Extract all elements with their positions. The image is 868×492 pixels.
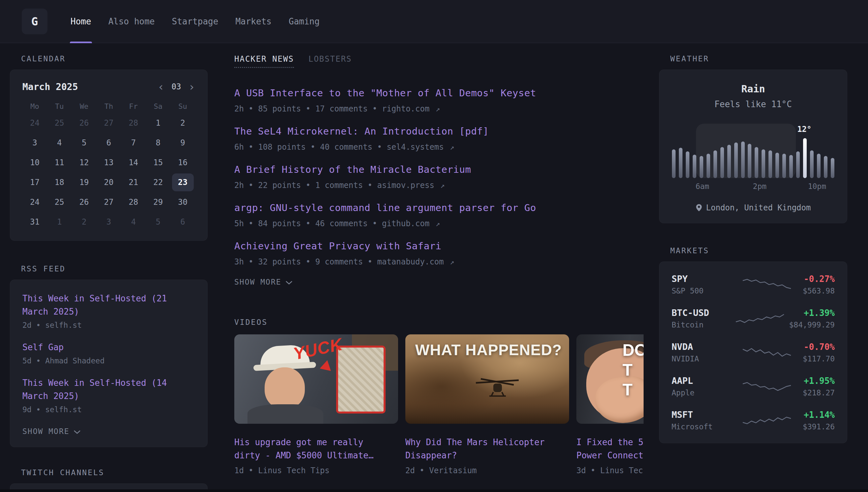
helicopter-art — [474, 374, 520, 400]
face-art — [265, 367, 305, 409]
center-column: HACKER NEWS LOBSTERS A USB Interface to … — [234, 54, 643, 492]
nav-item-home[interactable]: Home — [62, 0, 100, 43]
market-name: Apple — [672, 389, 731, 397]
external-link-icon: ↗ — [436, 105, 440, 113]
nav-item-startpage[interactable]: Startpage — [163, 0, 227, 43]
hn-story-title[interactable]: The SeL4 Microkernel: An Introduction [p… — [234, 125, 643, 138]
video-meta: 1d • Linus Tech Tips — [234, 466, 398, 475]
market-row[interactable]: AAPLApple+1.95%$218.27 — [672, 376, 835, 397]
calendar-day: 7 — [121, 133, 146, 153]
rss-item-meta: 2d • selfh.st — [22, 321, 195, 329]
market-values: -0.27%$563.98 — [803, 274, 835, 295]
weather-bar — [762, 149, 765, 178]
calendar-day: 1 — [47, 212, 72, 232]
market-row[interactable]: NVDANVIDIA-0.70%$117.70 — [672, 342, 835, 363]
thumbnail-overlay-text: WHAT HAPPENED? — [415, 341, 562, 359]
weather-location-text: London, United Kingdom — [706, 203, 811, 212]
video-title[interactable]: His upgrade got me really dirty - AMD $5… — [234, 436, 398, 462]
market-row[interactable]: MSFTMicrosoft+1.14%$391.26 — [672, 410, 835, 431]
market-sparkline — [742, 276, 792, 293]
weather-bar — [727, 145, 731, 178]
weather-bar — [755, 147, 758, 178]
hn-story-title[interactable]: argp: GNU-style command line argument pa… — [234, 201, 643, 214]
rss-item-meta: 5d • Ahmad Shadeed — [22, 356, 195, 365]
calendar-day: 6 — [170, 212, 195, 232]
hn-story-title[interactable]: Achieving Great Privacy with Safari — [234, 239, 643, 253]
market-sparkline — [742, 344, 792, 361]
weather-bar — [693, 155, 696, 178]
calendar-day: 6 — [97, 133, 121, 153]
markets-widget: SPYS&P 500-0.27%$563.98BTC-USDBitcoin+1.… — [659, 262, 847, 443]
calendar-day: 19 — [72, 172, 97, 192]
tab-lobsters[interactable]: LOBSTERS — [309, 54, 352, 67]
external-link-icon: ↗ — [450, 258, 454, 266]
market-info: MSFTMicrosoft — [672, 410, 731, 431]
calendar-header-row: March 2025 ‹ 03 › — [22, 81, 195, 92]
weekday-label: Sa — [146, 102, 170, 110]
market-row[interactable]: SPYS&P 500-0.27%$563.98 — [672, 274, 835, 295]
video-title[interactable]: I Fixed the 5 Power Connect — [576, 436, 643, 462]
weather-bar — [824, 156, 827, 178]
hn-story-title[interactable]: A USB Interface to the "Mother of All De… — [234, 87, 643, 100]
weather-bar — [686, 151, 689, 178]
right-column: WEATHER Rain Feels like 11°C 12° 6am2pm1… — [659, 54, 847, 492]
markets-section-header: MARKETS — [670, 246, 847, 255]
rss-item: This Week in Self-Hosted (14 March 2025)… — [22, 376, 195, 414]
twitch-section-header: TWITCH CHANNELS — [21, 468, 208, 477]
hn-story-meta: 3h • 32 points • 9 comments • matanabudy… — [234, 257, 643, 267]
calendar-widget: March 2025 ‹ 03 › MoTuWeThFrSaSu 2425262… — [10, 70, 208, 241]
hn-story: Achieving Great Privacy with Safari3h • … — [234, 239, 643, 267]
hn-story-meta: 2h • 22 points • 1 comments • asimov.pre… — [234, 181, 643, 190]
market-name: NVIDIA — [672, 354, 731, 363]
tab-hacker-news[interactable]: HACKER NEWS — [234, 54, 294, 68]
weather-bar — [796, 151, 800, 178]
calendar-next-icon[interactable]: › — [188, 81, 195, 92]
rss-item-title[interactable]: Self Gap — [22, 341, 195, 354]
video-thumbnail[interactable]: DO T T — [576, 335, 643, 424]
weather-location: London, United Kingdom — [671, 203, 835, 212]
weather-bar — [748, 144, 751, 178]
hn-story: A USB Interface to the "Mother of All De… — [234, 87, 643, 114]
calendar-month-number: 03 — [172, 82, 181, 91]
window-bottom-edge — [0, 489, 868, 492]
market-price: $563.98 — [803, 287, 835, 295]
weather-bar — [789, 155, 793, 178]
hn-story-title[interactable]: A Brief History of the Miracle Bacterium — [234, 163, 643, 176]
weather-bar — [768, 150, 772, 178]
market-values: -0.70%$117.70 — [803, 342, 835, 363]
weather-condition: Rain — [671, 83, 835, 95]
calendar-day: 3 — [22, 133, 47, 153]
rss-item-title[interactable]: This Week in Self-Hosted (21 March 2025) — [22, 292, 195, 318]
nav-item-markets[interactable]: Markets — [227, 0, 280, 43]
time-label: 10pm — [808, 182, 826, 191]
hn-show-more-button[interactable]: SHOW MORE — [234, 278, 643, 286]
market-price: $117.70 — [803, 354, 835, 363]
video-thumbnail[interactable]: WHAT HAPPENED? — [405, 335, 569, 424]
nav-item-gaming[interactable]: Gaming — [280, 0, 328, 43]
calendar-day: 2 — [72, 212, 97, 232]
market-symbol: AAPL — [672, 376, 731, 386]
calendar-day: 4 — [121, 212, 146, 232]
thumbnail-art — [336, 346, 386, 414]
market-row[interactable]: BTC-USDBitcoin+1.39%$84,999.29 — [672, 308, 835, 329]
weather-bar — [741, 142, 745, 178]
rss-show-more-button[interactable]: SHOW MORE — [22, 427, 195, 436]
weekday-label: Su — [170, 102, 195, 110]
markets-list: SPYS&P 500-0.27%$563.98BTC-USDBitcoin+1.… — [672, 274, 835, 431]
nav-item-also-home[interactable]: Also home — [100, 0, 163, 43]
calendar-day: 27 — [97, 113, 121, 133]
calendar-day: 8 — [146, 133, 170, 153]
video-thumbnail[interactable]: YUCK — [234, 335, 398, 424]
video-title[interactable]: Why Did The Mars Helicopter Disappear? — [405, 436, 569, 462]
hn-story-meta: 2h • 85 points • 17 comments • righto.co… — [234, 104, 643, 114]
rss-item-title[interactable]: This Week in Self-Hosted (14 March 2025) — [22, 376, 195, 403]
calendar-day: 13 — [97, 153, 121, 172]
calendar-prev-icon[interactable]: ‹ — [158, 81, 164, 92]
market-info: SPYS&P 500 — [672, 274, 731, 295]
market-values: +1.14%$391.26 — [803, 410, 835, 431]
market-info: NVDANVIDIA — [672, 342, 731, 363]
market-price: $218.27 — [803, 389, 835, 397]
app-logo[interactable]: G — [22, 8, 48, 34]
market-symbol: SPY — [672, 274, 731, 284]
calendar-day: 28 — [121, 113, 146, 133]
